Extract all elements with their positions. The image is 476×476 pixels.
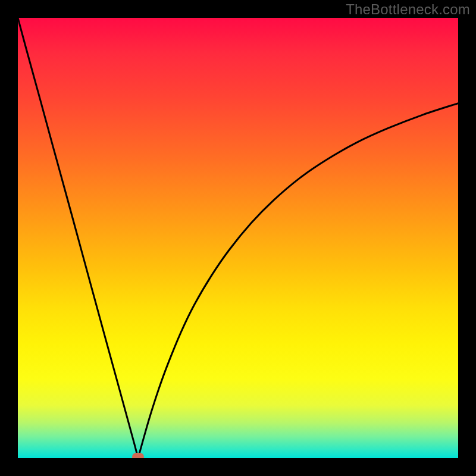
minimum-marker — [132, 453, 144, 458]
bottleneck-curve — [18, 18, 458, 458]
curve-right-branch — [138, 104, 458, 458]
watermark-text: TheBottleneck.com — [346, 1, 470, 18]
curve-left-branch — [18, 18, 138, 458]
chart-frame: TheBottleneck.com — [0, 0, 476, 476]
plot-area — [18, 18, 458, 458]
